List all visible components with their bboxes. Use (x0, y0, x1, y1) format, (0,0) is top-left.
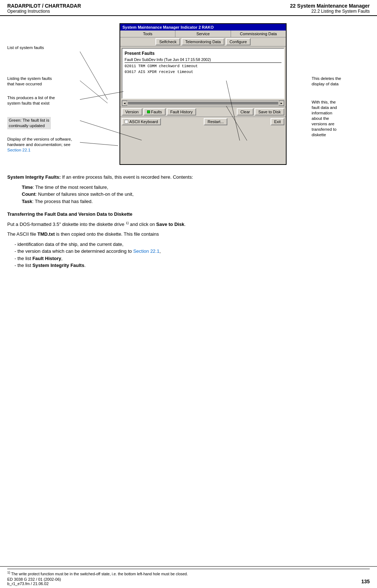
scroll-left-button[interactable]: ◄ (122, 101, 127, 106)
footer-note: 1) The write protect function must be in… (7, 569, 370, 576)
menu-commissioning[interactable]: Commissioning Data (231, 31, 286, 37)
header-right: 22 System Maintenance Manager 22.2 Listi… (290, 3, 370, 14)
transfer-p1: Put a DOS-formatted 3.5" diskette into t… (7, 221, 370, 228)
menu-tools[interactable]: Tools (120, 31, 175, 37)
annotation-list-system-faults: List of system faults (7, 45, 44, 50)
header-subtitle: Operating Instructions (7, 9, 81, 14)
ascii-keyboard-button[interactable]: ASCII Keyboard (122, 118, 161, 125)
page-number: 135 (361, 579, 370, 584)
integrity-items: Time: The time of the most recent failur… (7, 184, 370, 205)
ascii-checkbox (125, 120, 128, 123)
footer-edition: ED 3038 G 232 / 01 (2002-06) (7, 577, 61, 581)
annotation-produces-list: This produces a list of thesystem faults… (7, 95, 55, 106)
list-item-4: the list System Integrity Faults. (15, 262, 370, 269)
version-tab[interactable]: Version (122, 108, 142, 115)
save-to-disk-button[interactable]: Save to Disk (255, 108, 284, 115)
selfcheck-button[interactable]: Selfcheck (155, 38, 180, 45)
bottom-tabs-row: Version Faults Fault History Clear Save … (120, 107, 286, 117)
annotation-transfer: With this, thefault data andinformationa… (312, 100, 337, 138)
annotation-versions: Display of the versions of software, har… (7, 137, 72, 153)
annotations-left: List of system faults Listing the system… (7, 23, 94, 165)
ui-menubar: Tools Service Commissioning Data (120, 31, 286, 37)
faults-green-indicator (147, 110, 150, 113)
fault-row-2: 03617 AIS XPDR receive timeout (125, 69, 281, 75)
scrollbar-area: ◄ ► (122, 100, 284, 106)
menu-service[interactable]: Service (175, 31, 231, 37)
integrity-heading: System Integrity Faults: (7, 174, 61, 180)
scroll-track (128, 102, 278, 105)
header-right-sub: 22.2 Listing the System Faults (290, 9, 370, 14)
main-content: List of system faults Listing the system… (0, 16, 377, 279)
time-item: Time: The time of the most recent failur… (22, 184, 370, 191)
page-footer: 1) The write protect function must be in… (0, 566, 377, 588)
ui-main-panel: Present Faults Fault Dev SubDev Info (Tu… (122, 48, 284, 99)
page-header: RADARPILOT / CHARTRADAR Operating Instru… (0, 0, 377, 16)
header-left: RADARPILOT / CHARTRADAR Operating Instru… (7, 3, 81, 14)
integrity-paragraph: System Integrity Faults: If an entire pr… (7, 174, 370, 181)
restart-button[interactable]: Restart... (204, 118, 227, 125)
ui-window-container: System Maintenance Manager Indicator 2 R… (94, 23, 312, 165)
telemonitoring-button[interactable]: Telemonitoring Data (182, 38, 224, 45)
diagram-area: List of system faults Listing the system… (7, 23, 370, 165)
list-item-3: the list Fault History, (15, 255, 370, 262)
transfer-list: identification data of the ship, and the… (15, 241, 370, 269)
list-item-1: identification data of the ship, and the… (15, 241, 370, 248)
annotation-green: Green: The fault list iscontinually upda… (7, 117, 51, 129)
body-integrity-section: System Integrity Faults: If an entire pr… (7, 174, 370, 205)
annotation-deletes: This deletes thedisplay of data (312, 76, 341, 87)
section-22-1-link[interactable]: Section 22.1 (133, 248, 159, 254)
transfer-p2: The ASCII file TMD.txt is then copied on… (7, 231, 370, 238)
panel-title: Present Faults (125, 51, 281, 56)
annotations-right: This deletes thedisplay of data With thi… (312, 23, 370, 165)
bottom-row: ASCII Keyboard Restart... Exit (120, 117, 286, 126)
scroll-right-button[interactable]: ► (279, 101, 284, 106)
section-22-1-link-left[interactable]: Section 22.1 (7, 148, 31, 152)
task-item: Task: The process that has failed. (22, 198, 370, 205)
footnote-ref: 1) (126, 221, 129, 225)
footnote-num: 1) (7, 571, 10, 574)
header-right-title: 22 System Maintenance Manager (290, 3, 370, 9)
footer-bottom: ED 3038 G 232 / 01 (2002-06) b_r1_e73.fm… (7, 577, 370, 586)
list-item-2: the version data which can be determined… (15, 248, 370, 255)
clear-button[interactable]: Clear (237, 108, 254, 115)
transfer-heading: Transferring the Fault Data and Version … (7, 211, 370, 218)
ui-titlebar: System Maintenance Manager Indicator 2 R… (120, 24, 286, 31)
panel-header-row: Fault Dev SubDev Info (Tue Jun 04 17:15:… (125, 57, 281, 63)
footer-edition-info: ED 3038 G 232 / 01 (2002-06) b_r1_e73.fm… (7, 577, 61, 586)
body-transfer-section: Transferring the Fault Data and Version … (7, 211, 370, 269)
faults-tab[interactable]: Faults (143, 108, 166, 115)
ui-window: System Maintenance Manager Indicator 2 R… (119, 23, 287, 165)
ui-toolbar: Selfcheck Telemonitoring Data Configure (120, 37, 286, 46)
annotation-listing-faults: Listing the system faultsthat have occur… (7, 76, 52, 87)
fault-history-tab[interactable]: Fault History (167, 108, 196, 115)
header-title: RADARPILOT / CHARTRADAR (7, 3, 81, 9)
footer-file: b_r1_e73.fm / 21.06.02 (7, 581, 61, 586)
exit-button[interactable]: Exit (271, 118, 284, 125)
fault-row-1: 02011 TRM COMM checkword timeout (125, 64, 281, 69)
configure-button[interactable]: Configure (226, 38, 251, 45)
count-item: Count: Number of failures since switch-o… (22, 191, 370, 198)
